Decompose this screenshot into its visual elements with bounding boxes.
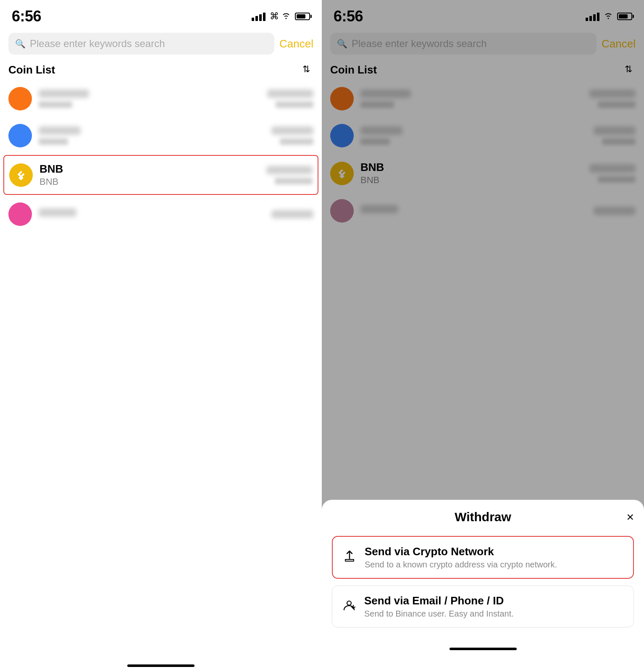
- left-time: 6:56: [12, 8, 41, 25]
- coin-icon-blue: [8, 124, 32, 147]
- coin-info-blurred: [39, 208, 265, 220]
- bnb-right-blurred: [266, 166, 313, 184]
- upload-icon: [341, 549, 358, 566]
- email-option-title: Send via Email / Phone / ID: [364, 594, 514, 607]
- left-search-input-container[interactable]: 🔍 Please enter keywords search: [8, 33, 274, 55]
- home-bar: [127, 664, 195, 667]
- crypto-option-text: Send via Crypto Network Send to a known …: [365, 545, 557, 570]
- svg-text:⇅: ⇅: [302, 64, 310, 74]
- bnb-icon: [9, 163, 33, 187]
- right-phone-panel: 6:56: [322, 0, 644, 672]
- coin-icon-pink: [8, 202, 32, 226]
- bnb-coin-ticker: BNB: [39, 176, 260, 187]
- email-phone-option[interactable]: Send via Email / Phone / ID Send to Bina…: [332, 585, 634, 627]
- bnb-coin-info: BNB BNB: [39, 163, 260, 187]
- coin-info-blurred: [39, 126, 265, 145]
- left-phone-panel: 6:56 ⌘ 🔍 Please enter key: [0, 0, 322, 672]
- email-option-text: Send via Email / Phone / ID Send to Bina…: [364, 594, 514, 619]
- wifi-icon: ⌘: [270, 11, 291, 22]
- left-cancel-button[interactable]: Cancel: [279, 37, 313, 50]
- left-search-placeholder: Please enter keywords search: [30, 38, 165, 50]
- sort-icon[interactable]: ⇅: [302, 63, 313, 77]
- email-option-desc: Send to Binance user. Easy and Instant.: [364, 609, 514, 619]
- list-item[interactable]: [0, 80, 322, 117]
- battery-icon: [295, 13, 310, 20]
- left-status-bar: 6:56 ⌘: [0, 0, 322, 29]
- left-coin-list-title: Coin List: [8, 63, 55, 76]
- modal-header: Withdraw ×: [332, 510, 634, 524]
- crypto-network-option[interactable]: Send via Crypto Network Send to a known …: [332, 536, 634, 579]
- right-home-indicator: [332, 634, 634, 655]
- list-item[interactable]: [0, 117, 322, 154]
- left-status-icons: ⌘: [252, 11, 310, 22]
- left-search-bar[interactable]: 🔍 Please enter keywords search Cancel: [0, 29, 322, 59]
- left-coin-list-header: Coin List ⇅: [0, 59, 322, 80]
- bnb-list-item[interactable]: BNB BNB: [3, 155, 318, 195]
- right-home-bar: [449, 648, 517, 650]
- left-home-indicator: [0, 651, 322, 672]
- crypto-option-title: Send via Crypto Network: [365, 545, 557, 558]
- svg-point-4: [347, 601, 351, 605]
- coin-right-blurred: [267, 89, 313, 108]
- search-icon: 🔍: [15, 39, 26, 49]
- coin-icon-orange: [8, 87, 32, 110]
- modal-title: Withdraw: [455, 510, 511, 524]
- signal-icon: [252, 12, 265, 21]
- bnb-coin-name: BNB: [39, 163, 260, 176]
- left-coin-list: BNB BNB: [0, 80, 322, 651]
- contact-icon: [341, 598, 357, 615]
- coin-right-blurred: [271, 210, 313, 218]
- coin-info-blurred: [39, 89, 260, 108]
- list-item[interactable]: [0, 196, 322, 233]
- crypto-option-desc: Send to a known crypto address via crypt…: [365, 560, 557, 570]
- coin-right-blurred: [271, 126, 313, 145]
- modal-close-button[interactable]: ×: [626, 510, 634, 524]
- withdraw-modal: Withdraw × Send via Crypto Network Send …: [322, 500, 644, 672]
